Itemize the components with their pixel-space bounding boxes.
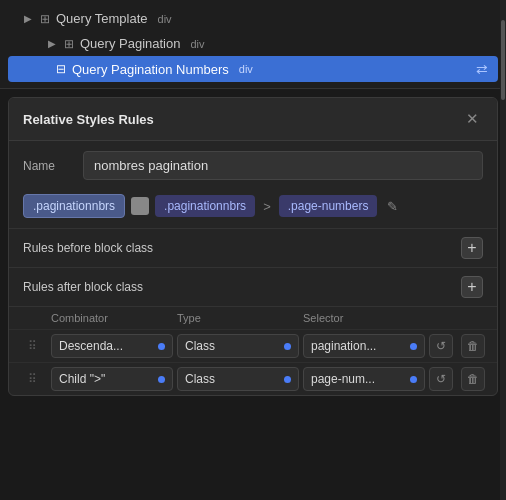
- combinator-value-1: Descenda...: [59, 339, 153, 353]
- tag-pill-1[interactable]: .paginationnbrs: [23, 194, 125, 218]
- table-header: Combinator Type Selector: [9, 307, 497, 329]
- drag-handle[interactable]: ⠿: [17, 372, 47, 386]
- table-row: ⠿ Descenda... Class pagination... ↺ 🗑: [9, 329, 497, 362]
- tree-item-label: Query Pagination: [80, 36, 180, 51]
- col-header-type: Type: [177, 312, 299, 324]
- rules-before-section[interactable]: Rules before block class +: [9, 228, 497, 267]
- type-value-2: Class: [185, 372, 279, 386]
- selector-value-1: pagination...: [311, 339, 405, 353]
- rules-after-label: Rules after block class: [23, 280, 143, 294]
- combinator-cell-2[interactable]: Child ">": [51, 367, 173, 391]
- name-row: Name: [9, 141, 497, 190]
- rules-before-add-button[interactable]: +: [461, 237, 483, 259]
- tree-item-query-pagination[interactable]: ▶ ⊞ Query Pagination div: [0, 31, 506, 56]
- col-header-selector: Selector: [303, 312, 425, 324]
- combinator-dot: [158, 343, 165, 350]
- rules-after-section[interactable]: Rules after block class +: [9, 267, 497, 306]
- combinator-dot: [158, 376, 165, 383]
- tree-item-icon: ⊞: [64, 37, 74, 51]
- tag-pill-3[interactable]: .page-numbers: [279, 195, 378, 217]
- panel-header: Relative Styles Rules ✕: [9, 98, 497, 141]
- selector-cell-1[interactable]: pagination...: [303, 334, 425, 358]
- tags-row: .paginationnbrs .paginationnbrs > .page-…: [9, 190, 497, 228]
- tree-item-tag: div: [158, 13, 172, 25]
- close-button[interactable]: ✕: [462, 108, 483, 130]
- col-header-act2: [461, 312, 489, 324]
- tree-item-label: Query Pagination Numbers: [72, 62, 229, 77]
- panel-title: Relative Styles Rules: [23, 112, 154, 127]
- selector-dot: [410, 343, 417, 350]
- color-swatch[interactable]: [131, 197, 149, 215]
- col-header-drag: [17, 312, 47, 324]
- delete-button-2[interactable]: 🗑: [461, 367, 485, 391]
- edit-icon[interactable]: ✎: [383, 195, 402, 218]
- type-cell-2[interactable]: Class: [177, 367, 299, 391]
- col-header-combinator: Combinator: [51, 312, 173, 324]
- reset-button-2[interactable]: ↺: [429, 367, 453, 391]
- type-dot: [284, 343, 291, 350]
- tag-pill-2[interactable]: .paginationnbrs: [155, 195, 255, 217]
- extra-action-icon[interactable]: ⇄: [476, 61, 488, 77]
- col-header-act1: [429, 312, 457, 324]
- tree-item-tag: div: [190, 38, 204, 50]
- combinator-value-2: Child ">": [59, 372, 153, 386]
- tree-arrow: ▶: [24, 13, 32, 24]
- relative-styles-panel: Relative Styles Rules ✕ Name .pagination…: [8, 97, 498, 396]
- type-value-1: Class: [185, 339, 279, 353]
- rules-table: Combinator Type Selector ⠿ Descenda... C…: [9, 306, 497, 395]
- tree-item-icon: ⊞: [40, 12, 50, 26]
- tree-item-query-pagination-numbers[interactable]: ⊟ Query Pagination Numbers div ⇄: [8, 56, 498, 82]
- selector-value-2: page-num...: [311, 372, 405, 386]
- name-label: Name: [23, 159, 73, 173]
- rules-before-label: Rules before block class: [23, 241, 153, 255]
- element-tree: ▶ ⊞ Query Template div ▶ ⊞ Query Paginat…: [0, 0, 506, 89]
- combinator-cell-1[interactable]: Descenda...: [51, 334, 173, 358]
- selector-dot: [410, 376, 417, 383]
- tree-item-query-template[interactable]: ▶ ⊞ Query Template div: [0, 6, 506, 31]
- type-cell-1[interactable]: Class: [177, 334, 299, 358]
- drag-handle[interactable]: ⠿: [17, 339, 47, 353]
- table-row: ⠿ Child ">" Class page-num... ↺ 🗑: [9, 362, 497, 395]
- tree-item-icon: ⊟: [56, 62, 66, 76]
- selector-cell-2[interactable]: page-num...: [303, 367, 425, 391]
- reset-button-1[interactable]: ↺: [429, 334, 453, 358]
- type-dot: [284, 376, 291, 383]
- tree-arrow: ▶: [48, 38, 56, 49]
- scrollbar[interactable]: [500, 0, 506, 500]
- combinator-arrow: >: [261, 197, 273, 216]
- scrollbar-thumb[interactable]: [501, 20, 505, 100]
- delete-button-1[interactable]: 🗑: [461, 334, 485, 358]
- name-input[interactable]: [83, 151, 483, 180]
- rules-after-add-button[interactable]: +: [461, 276, 483, 298]
- tree-item-tag: div: [239, 63, 253, 75]
- tree-item-label: Query Template: [56, 11, 148, 26]
